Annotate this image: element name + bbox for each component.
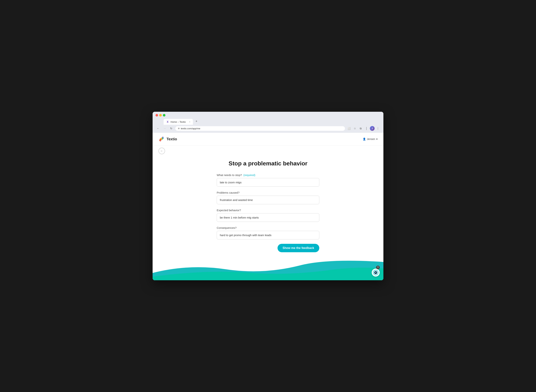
back-button[interactable]: ← [155, 126, 161, 131]
reload-button[interactable]: ↻ [169, 126, 174, 131]
new-tab-button[interactable]: + [193, 118, 200, 125]
field3-label: Expected behavior? [217, 209, 319, 212]
user-name: Jensen [367, 138, 375, 140]
nav-actions: ⬜ ☆ ⧉ │ J ⋮ [346, 126, 381, 131]
field4-label: Consequences? [217, 226, 319, 229]
forward-button[interactable]: → [162, 126, 167, 131]
submit-row: Show me the feedback [217, 244, 319, 252]
user-icon: 👤 [363, 138, 366, 140]
form-group-consequences: Consequences? [217, 226, 319, 239]
form-container: Stop a problematic behavior What needs t… [217, 160, 319, 260]
tab-close-button[interactable]: × [189, 121, 190, 123]
url-text: textio.com/app/me [181, 127, 200, 130]
help-question-badge: ? [376, 266, 380, 269]
bookmark-button[interactable]: ☆ [352, 126, 357, 131]
back-navigation-button[interactable]: ← [158, 148, 165, 154]
page-content: Textio 👤 Jensen ▾ ← Stop a problematic b… [153, 133, 383, 280]
tab-favicon-icon [166, 120, 169, 123]
profile-avatar[interactable]: J [370, 126, 375, 131]
required-badge: (required) [243, 173, 255, 177]
nav-bar: ← → ↻ ⊕ textio.com/app/me ⬜ ☆ ⧉ │ J ⋮ [153, 125, 383, 133]
form-group-expected-behavior: Expected behavior? [217, 209, 319, 222]
help-button[interactable] [372, 269, 380, 277]
tab-bar: Home – Textio × + [153, 118, 383, 125]
textio-logo-icon [158, 136, 165, 142]
field2-label: Problems caused? [217, 191, 319, 194]
user-menu[interactable]: 👤 Jensen ▾ [363, 138, 378, 140]
expected-behavior-input[interactable] [217, 213, 319, 222]
back-btn-row: ← [153, 145, 383, 156]
traffic-lights [155, 114, 165, 117]
tab-title: Home – Textio [171, 121, 186, 123]
cast-button[interactable]: ⬜ [346, 126, 352, 131]
extensions-button[interactable]: ⧉ [358, 126, 363, 131]
address-bar[interactable]: ⊕ textio.com/app/me [175, 126, 345, 131]
browser-window: Home – Textio × + ← → ↻ ⊕ textio.com/app… [153, 112, 383, 280]
form-group-problems-caused: Problems caused? [217, 191, 319, 204]
page-title: Stop a problematic behavior [217, 160, 319, 167]
title-bar [153, 112, 383, 118]
minimize-window-button[interactable] [159, 114, 162, 117]
app-header: Textio 👤 Jensen ▾ [153, 133, 383, 145]
dropdown-chevron-icon: ▾ [376, 138, 378, 140]
what-needs-to-stop-input[interactable] [217, 178, 319, 187]
problems-caused-input[interactable] [217, 196, 319, 204]
divider: │ [364, 126, 369, 131]
maximize-window-button[interactable] [163, 114, 165, 117]
main-area: Stop a problematic behavior What needs t… [153, 156, 383, 280]
active-tab[interactable]: Home – Textio × [163, 119, 193, 125]
logo-text: Textio [167, 137, 177, 141]
more-options-button[interactable]: ⋮ [375, 126, 381, 131]
field1-label: What needs to stop? (required) [217, 173, 319, 177]
close-window-button[interactable] [155, 114, 158, 117]
logo-container: Textio [158, 136, 177, 142]
consequences-input[interactable] [217, 231, 319, 239]
address-security-icon: ⊕ [178, 127, 180, 130]
show-feedback-button[interactable]: Show me the feedback [278, 244, 319, 252]
svg-point-4 [375, 272, 376, 273]
browser-chrome: Home – Textio × + ← → ↻ ⊕ textio.com/app… [153, 112, 383, 133]
form-group-what-needs-to-stop: What needs to stop? (required) [217, 173, 319, 187]
